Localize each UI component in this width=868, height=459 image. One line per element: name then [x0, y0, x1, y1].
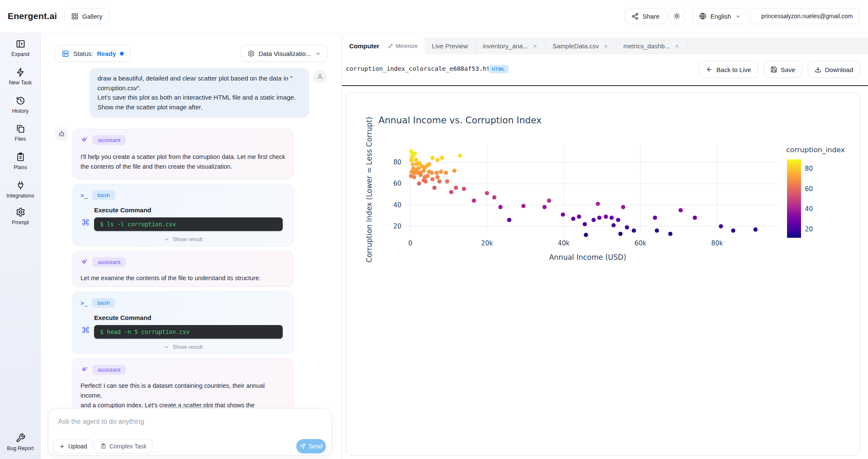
- close-icon[interactable]: ×: [674, 42, 680, 50]
- zap-icon: [16, 67, 25, 77]
- scatter-point: [431, 156, 435, 160]
- tab-label: inventory_ana...: [483, 42, 528, 50]
- share-icon: [632, 13, 639, 20]
- terminal-icon: >_: [81, 192, 88, 199]
- scatter-point: [485, 191, 489, 195]
- scatter-point: [439, 170, 443, 174]
- scatter-point: [597, 216, 601, 220]
- x-tick-label: 40k: [558, 239, 570, 247]
- assistant-message-card: assistant Let me examine the contents of…: [72, 251, 294, 287]
- assistant-badge-row: assistant: [81, 365, 126, 375]
- status-label: Status:: [73, 50, 93, 57]
- tab-inventory-analysis[interactable]: inventory_ana... ×: [476, 37, 545, 54]
- scatter-point: [449, 190, 453, 194]
- chat-panel: Status: Ready Data Visualizatio... draw …: [41, 33, 342, 459]
- scatter-point: [621, 205, 625, 209]
- tab-metrics-dashboard[interactable]: metrics_dashb... ×: [616, 37, 687, 54]
- chart-container: 020k40k60k80k20406080Annual Income vs. C…: [346, 92, 860, 456]
- sparkles-icon: [81, 366, 88, 374]
- complex-task-button[interactable]: Complex Task: [95, 439, 153, 453]
- assistant-badge: assistant: [92, 365, 126, 375]
- account-email: princessalyzon.nueles@gmail.com: [761, 13, 853, 19]
- top-header: Energent.ai Gallery Share English prince…: [0, 0, 868, 33]
- tab-computer[interactable]: Computer Minimize: [342, 37, 425, 54]
- show-result-toggle[interactable]: Show result: [73, 344, 293, 350]
- sidebar-item-new-task[interactable]: New Task: [0, 67, 41, 86]
- scatter-point: [418, 173, 423, 177]
- tab-sampledata-csv[interactable]: SampleData.csv ×: [545, 37, 616, 54]
- scatter-point: [653, 216, 657, 220]
- scatter-point: [577, 214, 581, 219]
- plus-icon: [59, 443, 65, 450]
- sun-icon: [673, 12, 681, 20]
- scatter-point: [596, 202, 600, 206]
- scatter-point: [427, 162, 431, 167]
- assistant-badge: assistant: [92, 257, 126, 267]
- scatter-point: [584, 233, 588, 237]
- y-tick-label: 80: [393, 159, 401, 166]
- bash-badge: bash: [92, 298, 115, 308]
- panel-divider: [342, 85, 868, 86]
- scatter-point: [437, 179, 442, 184]
- upload-button[interactable]: Upload: [53, 439, 93, 453]
- sidebar-item-history[interactable]: History: [0, 96, 41, 114]
- scatter-point: [430, 171, 434, 175]
- back-to-live-button[interactable]: Back to Live: [699, 61, 758, 78]
- sidebar-item-integrations[interactable]: Integrations: [0, 181, 41, 199]
- scatter-point: [668, 232, 673, 236]
- sidebar-item-expand[interactable]: Expand: [0, 39, 41, 57]
- y-axis-title: Corruption Index (Lower = Less Corrupt): [365, 117, 373, 263]
- x-tick-label: 20k: [481, 239, 493, 247]
- show-result-toggle[interactable]: Show result: [73, 236, 293, 242]
- command-code: $ head -n 5 corruption.csv: [94, 325, 283, 339]
- agent-mode-dropdown[interactable]: Data Visualizatio...: [241, 45, 328, 62]
- sidebar-item-bug-report[interactable]: Bug Report: [0, 433, 41, 451]
- scatter-point: [458, 153, 462, 158]
- send-button[interactable]: Send: [296, 439, 326, 453]
- close-icon[interactable]: ×: [603, 42, 609, 50]
- download-button[interactable]: Download: [808, 61, 860, 78]
- chat-input[interactable]: [58, 418, 312, 426]
- scatter-point: [412, 175, 416, 179]
- sparkles-icon: [81, 259, 88, 266]
- history-icon: [16, 96, 25, 106]
- save-button[interactable]: Save: [764, 61, 802, 78]
- share-button[interactable]: Share: [625, 8, 666, 24]
- scatter-point: [492, 195, 496, 200]
- scatter-point: [431, 177, 435, 181]
- y-tick-label: 60: [393, 180, 401, 187]
- back-to-live-label: Back to Live: [716, 66, 751, 73]
- download-icon: [815, 66, 821, 73]
- sidebar-item-prompt[interactable]: Prompt: [0, 207, 41, 225]
- tab-live-preview[interactable]: Live Preview: [425, 37, 476, 54]
- close-icon[interactable]: ×: [532, 42, 538, 50]
- sidebar-label: New Task: [9, 80, 32, 86]
- execute-command-label: Execute Command: [94, 206, 151, 214]
- sidebar-item-files[interactable]: Files: [0, 124, 41, 142]
- gallery-button[interactable]: Gallery: [64, 8, 109, 24]
- scatter-point: [547, 198, 551, 203]
- upload-label: Upload: [68, 443, 87, 450]
- sidebar-item-plans[interactable]: Plans: [0, 152, 41, 170]
- colorbar-title: corruption_index: [786, 146, 845, 154]
- scatter-point: [416, 167, 420, 171]
- arrow-left-icon: [706, 66, 713, 73]
- theme-toggle-button[interactable]: [669, 8, 685, 24]
- scatter-point: [571, 217, 576, 221]
- scatter-point: [583, 222, 587, 226]
- minimize-icon: [388, 43, 393, 49]
- scatter-point: [612, 223, 616, 228]
- chevron-down-icon: [315, 50, 321, 57]
- command-code: $ ls -l corruption.csv: [94, 217, 283, 231]
- scatter-point: [616, 218, 620, 222]
- scatter-point: [412, 153, 416, 157]
- scatter-point: [409, 158, 414, 162]
- scatter-point: [445, 179, 449, 184]
- scatter-point: [521, 204, 526, 208]
- minimize-button[interactable]: Minimize: [388, 43, 417, 49]
- account-button[interactable]: princessalyzon.nueles@gmail.com: [750, 8, 860, 24]
- assistant-message-text: Let me examine the contents of the file …: [81, 273, 287, 283]
- language-selector[interactable]: English: [692, 8, 748, 24]
- scatter-point: [462, 187, 466, 191]
- send-label: Send: [309, 443, 323, 450]
